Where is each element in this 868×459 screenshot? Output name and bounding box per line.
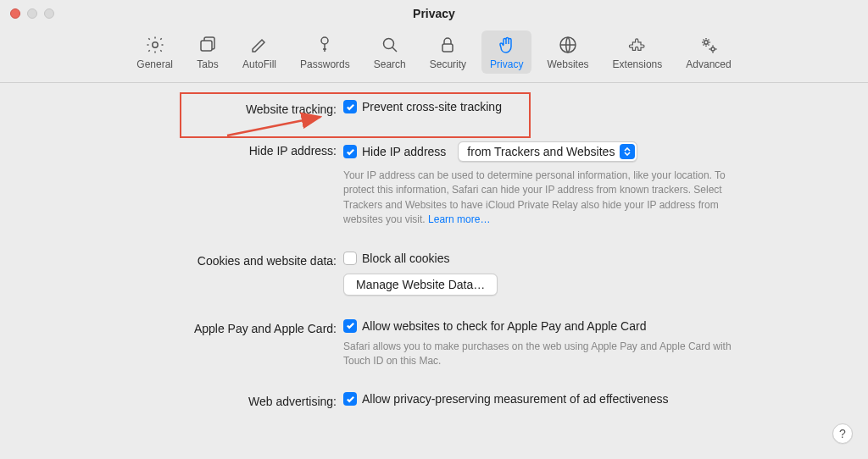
apple-pay-row: Apple Pay and Apple Card: Allow websites… [34, 319, 834, 369]
minimize-window-button [27, 8, 37, 19]
toolbar-label: Tabs [197, 58, 218, 70]
svg-point-3 [383, 39, 393, 49]
svg-point-2 [321, 37, 328, 44]
web-advertising-checkbox[interactable] [343, 392, 357, 406]
toolbar-websites[interactable]: Websites [538, 30, 597, 74]
key-icon [314, 34, 336, 56]
gears-icon [698, 34, 720, 56]
toolbar-privacy[interactable]: Privacy [481, 30, 531, 74]
manage-website-data-button[interactable]: Manage Website Data… [343, 274, 498, 296]
cookies-row: Cookies and website data: Block all cook… [34, 252, 834, 296]
gear-icon [144, 34, 166, 56]
hand-icon [496, 34, 518, 56]
globe-icon [557, 34, 579, 56]
prevent-cross-site-tracking-checkbox[interactable] [343, 100, 357, 113]
website-tracking-label: Website tracking: [34, 100, 343, 118]
apple-pay-description: Safari allows you to make purchases on t… [343, 340, 742, 369]
apple-pay-label: Apple Pay and Apple Card: [34, 319, 343, 337]
svg-rect-4 [442, 44, 453, 52]
block-all-cookies-checkbox[interactable] [343, 252, 357, 265]
window-title: Privacy [0, 7, 868, 20]
cookies-label: Cookies and website data: [34, 252, 343, 269]
window-controls [10, 8, 54, 19]
puzzle-icon [626, 34, 648, 56]
search-icon [379, 34, 401, 56]
lock-icon [437, 34, 459, 56]
hide-ip-label: Hide IP address: [34, 141, 343, 159]
select-value: from Trackers and Websites [467, 145, 615, 158]
hide-ip-row: Hide IP address: Hide IP address from Tr… [34, 141, 834, 228]
toolbar-label: Websites [547, 58, 588, 70]
svg-point-0 [152, 42, 157, 47]
toolbar-label: AutoFill [242, 58, 276, 70]
zoom-window-button [44, 8, 54, 19]
toolbar-label: Advanced [686, 58, 731, 70]
hide-ip-checkbox[interactable] [343, 145, 357, 158]
toolbar-extensions[interactable]: Extensions [604, 30, 671, 74]
toolbar-label: Privacy [490, 58, 523, 70]
hide-ip-checkbox-label: Hide IP address [362, 145, 446, 158]
toolbar-tabs[interactable]: Tabs [188, 30, 227, 74]
svg-point-6 [704, 41, 708, 44]
web-advertising-row: Web advertising: Allow privacy-preservin… [34, 392, 834, 410]
toolbar-autofill[interactable]: AutoFill [234, 30, 285, 74]
help-button[interactable]: ? [832, 423, 853, 444]
pencil-icon [248, 34, 270, 56]
titlebar: Privacy [0, 0, 868, 27]
prevent-cross-site-tracking-label: Prevent cross-site tracking [362, 100, 502, 113]
toolbar-passwords[interactable]: Passwords [292, 30, 359, 74]
toolbar-label: Search [374, 58, 406, 70]
learn-more-link[interactable]: Learn more… [428, 213, 490, 225]
toolbar-search[interactable]: Search [365, 30, 415, 74]
toolbar-label: Passwords [300, 58, 350, 70]
block-all-cookies-label: Block all cookies [362, 252, 450, 265]
toolbar-advanced[interactable]: Advanced [677, 30, 739, 74]
web-advertising-checkbox-label: Allow privacy-preserving measurement of … [362, 392, 669, 406]
hide-ip-scope-select[interactable]: from Trackers and Websites [458, 141, 637, 162]
apple-pay-checkbox[interactable] [343, 319, 357, 333]
chevron-updown-icon [620, 144, 635, 159]
toolbar-label: General [136, 58, 173, 70]
web-advertising-label: Web advertising: [34, 392, 343, 410]
hide-ip-description: Your IP address can be used to determine… [343, 169, 742, 228]
tabs-icon [197, 34, 219, 56]
toolbar-label: Security [430, 58, 466, 70]
website-tracking-row: Website tracking: Prevent cross-site tra… [34, 100, 834, 118]
preferences-toolbar: General Tabs AutoFill Passwords Search S… [0, 27, 868, 83]
toolbar-general[interactable]: General [128, 30, 181, 74]
svg-point-7 [711, 47, 715, 51]
toolbar-label: Extensions [613, 58, 663, 70]
privacy-pane: Website tracking: Prevent cross-site tra… [0, 83, 868, 432]
svg-rect-1 [201, 41, 212, 51]
toolbar-security[interactable]: Security [421, 30, 475, 74]
apple-pay-checkbox-label: Allow websites to check for Apple Pay an… [362, 319, 646, 333]
close-window-button[interactable] [10, 8, 20, 19]
